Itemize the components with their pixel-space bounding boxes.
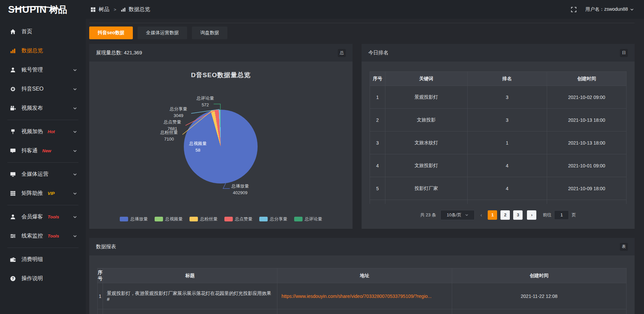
day-badge[interactable]: 日 [620,49,628,57]
report-table: 序号标题地址创建时间 1景观投影灯，夜游景观投影灯厂家展示展示落花灯在花园里的灯… [97,268,627,314]
gear-icon [9,86,16,92]
ranking-table: 序号关键词排名创建时间 1景观投影灯32021-10-02 09:002文旅投影… [370,71,627,204]
sidebar-item-label: 抖客通 [21,147,38,154]
question-icon: ? [9,276,16,281]
legend-item-3[interactable]: 总点赞量 [224,216,253,222]
sidebar: 首页数据总览账号管理抖音SEO视频发布视频加热Hot抖客通New全媒体运营矩阵助… [0,19,86,314]
dashboard-icon [91,7,96,12]
page-button-1[interactable]: 1 [488,210,497,220]
report-link[interactable]: https://www.iesdouyin.com/share/video/70… [281,294,432,299]
legend-label: 总评论量 [305,216,322,222]
table-cell: 1 [98,283,103,309]
bar-chart-icon [121,7,126,12]
sidebar-item-media-operation[interactable]: 全媒体运营 [0,165,86,184]
page-size-select[interactable]: 10条/页 [440,210,475,220]
report-table-wrap: 序号标题地址创建时间 1景观投影灯，夜游景观投影灯厂家展示展示落花灯在花园里的灯… [89,256,635,314]
table-badge[interactable]: 表 [620,243,628,251]
pie-label-videos: 总视频量58 [189,140,207,153]
pie-chart: D音SEO数据量总览 总评论量572 总分享量3049 总点赞量7681 [89,62,353,229]
table-cell: 文旅投影灯 [385,154,467,177]
table-row[interactable]: 1景观投影灯32021-10-02 09:00 [370,86,627,109]
column-header: 标题 [103,268,277,283]
sidebar-item-home[interactable]: 首页 [0,22,86,41]
table-row[interactable]: 5投影灯厂家42021-10-09 18:00 [370,177,627,200]
table-cell: 1 [370,86,385,109]
breadcrumb-current[interactable]: 数据总览 [129,6,150,13]
table-cell: 景观投影灯 [385,86,467,109]
breadcrumb-root[interactable]: 树品 [99,6,109,13]
sidebar-item-consume-detail[interactable]: 消费明细 [0,250,86,269]
sidebar-item-help[interactable]: ?操作说明 [0,269,86,288]
table-row[interactable]: 3文旅水纹灯12021-10-13 18:00 [370,132,627,154]
legend-item-5[interactable]: 总评论量 [294,216,322,222]
table-cell: 2021-10-09 18:00 [547,177,626,200]
legend-swatch [120,217,128,221]
column-header: 创建时间 [452,268,626,283]
legend-item-4[interactable]: 总分享量 [259,216,287,222]
goto-page-input[interactable] [554,210,569,220]
ranking-panel-header: 今日排名 日 [362,44,635,62]
sidebar-divider [7,162,78,163]
column-header: 排名 [467,72,547,86]
table-cell: 2021-10-01 09:00 [547,154,626,177]
sidebar-item-label: 视频加热 [21,128,43,135]
pie-label-comments: 总评论量572 [197,95,214,108]
sidebar-item-badge: VIP [48,191,55,196]
next-page-button[interactable]: › [527,210,536,220]
sidebar-item-account-manage[interactable]: 账号管理 [0,60,86,80]
sidebar-item-douketong[interactable]: 抖客通New [0,141,86,160]
table-row[interactable]: 4文旅投影灯42021-10-01 09:00 [370,154,627,177]
column-header: 创建时间 [547,72,626,86]
sidebar-item-matrix-boost[interactable]: 矩阵助推VIP [0,184,86,203]
tab-1[interactable]: 全媒体运营数据 [138,27,187,39]
home-icon [9,29,16,35]
header-divider [89,23,635,23]
table-cell: 投影灯厂家 [385,177,467,200]
sidebar-item-label: 全媒体运营 [21,171,48,178]
table-row-partial [98,309,627,314]
sidebar-item-video-heat[interactable]: 视频加热Hot [0,122,86,141]
page-button-2[interactable]: 2 [500,210,510,220]
sidebar-item-video-publish[interactable]: 视频发布 [0,99,86,118]
table-cell: 文旅水纹灯 [385,132,467,154]
ranking-panel-title: 今日排名 [368,50,388,56]
chat-icon [9,148,16,154]
pagination-total: 共 23 条 [420,212,436,218]
report-table-header: 序号标题地址创建时间 [98,268,627,283]
table-row[interactable]: 1景观投影灯，夜游景观投影灯厂家展示展示落花灯在花园里的灯光投影应用效果 #ht… [98,283,627,309]
sliders-icon [9,233,16,239]
tab-2[interactable]: 询盘数据 [192,27,227,39]
legend-label: 总点赞量 [235,216,253,222]
total-badge[interactable]: 总 [338,49,346,57]
chevron-down-icon [73,172,77,176]
sidebar-item-clue-monitor[interactable]: 线索监控Tools [0,226,86,246]
page-button-3[interactable]: 3 [513,210,523,220]
column-header: 地址 [277,268,452,283]
legend-label: 总视频量 [165,216,183,222]
sidebar-item-badge: Tools [48,214,59,219]
wallet-icon [9,257,16,262]
breadcrumb: 树品 > 数据总览 [91,6,150,13]
sidebar-item-data-overview[interactable]: 数据总览 [0,41,86,60]
legend-item-0[interactable]: 总播放量 [120,216,148,222]
tab-0[interactable]: 抖音seo数据 [89,27,133,39]
page-buttons: 123 [488,210,523,220]
goto-unit: 页 [572,212,576,218]
legend-swatch [294,217,303,221]
report-panel-header: 数据报表 表 [89,238,635,256]
legend-item-1[interactable]: 总视频量 [155,216,183,222]
pagination: 共 23 条 10条/页 ‹ 123 › 前往 页 [370,210,627,220]
table-row[interactable]: 2文旅投影32021-10-13 18:00 [370,109,627,132]
legend-item-2[interactable]: 总粉丝量 [190,216,218,222]
sidebar-item-label: 矩阵助推 [21,190,43,197]
prev-page-button[interactable]: ‹ [479,212,483,218]
fullscreen-icon[interactable] [571,7,577,12]
chevron-down-icon [73,215,77,219]
sidebar-item-label: 线索监控 [21,232,43,240]
user-menu[interactable]: 用户名：zswodun88 [585,6,634,12]
app-logo: SHUPIN 树品 [0,5,86,14]
table-cell: 2021-10-13 18:00 [547,109,626,132]
monitor-icon [9,171,16,177]
sidebar-item-member-baoke[interactable]: 会员爆客Tools [0,207,86,226]
sidebar-item-douyin-seo[interactable]: 抖音SEO [0,80,86,99]
